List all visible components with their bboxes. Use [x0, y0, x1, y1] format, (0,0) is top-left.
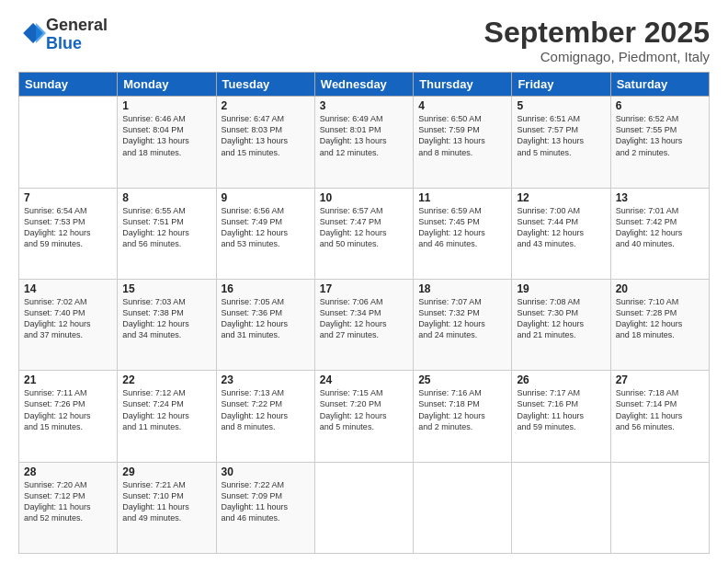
day-info: Sunrise: 6:54 AM Sunset: 7:53 PM Dayligh… [24, 205, 112, 250]
day-info: Sunrise: 7:11 AM Sunset: 7:26 PM Dayligh… [24, 387, 112, 432]
day-number: 22 [122, 373, 210, 386]
day-info: Sunrise: 6:47 AM Sunset: 8:03 PM Dayligh… [222, 113, 310, 158]
day-number: 26 [517, 373, 605, 386]
calendar-cell [610, 462, 709, 553]
calendar-cell [414, 462, 512, 553]
calendar-cell: 26Sunrise: 7:17 AM Sunset: 7:16 PM Dayli… [512, 371, 610, 462]
day-info: Sunrise: 7:08 AM Sunset: 7:30 PM Dayligh… [517, 296, 605, 341]
calendar-cell: 25Sunrise: 7:16 AM Sunset: 7:18 PM Dayli… [414, 371, 512, 462]
calendar-cell: 1Sunrise: 6:46 AM Sunset: 8:04 PM Daylig… [118, 97, 216, 188]
day-number: 16 [222, 282, 310, 295]
day-info: Sunrise: 7:22 AM Sunset: 7:09 PM Dayligh… [222, 479, 310, 524]
calendar-cell: 14Sunrise: 7:02 AM Sunset: 7:40 PM Dayli… [19, 279, 118, 370]
calendar-cell: 27Sunrise: 7:18 AM Sunset: 7:14 PM Dayli… [610, 371, 709, 462]
day-info: Sunrise: 6:52 AM Sunset: 7:55 PM Dayligh… [616, 113, 704, 158]
day-info: Sunrise: 7:02 AM Sunset: 7:40 PM Dayligh… [24, 296, 112, 341]
day-number: 13 [616, 191, 704, 204]
calendar-cell: 16Sunrise: 7:05 AM Sunset: 7:36 PM Dayli… [216, 279, 314, 370]
calendar-cell: 7Sunrise: 6:54 AM Sunset: 7:53 PM Daylig… [19, 188, 118, 279]
calendar-table: SundayMondayTuesdayWednesdayThursdayFrid… [18, 72, 710, 554]
calendar-cell: 4Sunrise: 6:50 AM Sunset: 7:59 PM Daylig… [414, 97, 512, 188]
calendar-cell: 22Sunrise: 7:12 AM Sunset: 7:24 PM Dayli… [118, 371, 216, 462]
week-row-4: 28Sunrise: 7:20 AM Sunset: 7:12 PM Dayli… [19, 462, 710, 553]
day-number: 30 [222, 465, 310, 478]
day-number: 2 [222, 99, 310, 112]
day-number: 28 [24, 465, 112, 478]
calendar-cell: 20Sunrise: 7:10 AM Sunset: 7:28 PM Dayli… [610, 279, 709, 370]
day-number: 10 [320, 191, 408, 204]
week-row-1: 7Sunrise: 6:54 AM Sunset: 7:53 PM Daylig… [19, 188, 710, 279]
calendar-cell: 5Sunrise: 6:51 AM Sunset: 7:57 PM Daylig… [512, 97, 610, 188]
calendar-header-row: SundayMondayTuesdayWednesdayThursdayFrid… [19, 73, 710, 97]
calendar-cell: 6Sunrise: 6:52 AM Sunset: 7:55 PM Daylig… [610, 97, 709, 188]
day-header-sunday: Sunday [19, 73, 118, 97]
day-info: Sunrise: 6:59 AM Sunset: 7:45 PM Dayligh… [418, 205, 506, 250]
day-info: Sunrise: 6:55 AM Sunset: 7:51 PM Dayligh… [122, 205, 210, 250]
day-info: Sunrise: 7:16 AM Sunset: 7:18 PM Dayligh… [418, 387, 506, 432]
svg-marker-1 [36, 23, 46, 43]
day-info: Sunrise: 6:56 AM Sunset: 7:49 PM Dayligh… [222, 205, 310, 250]
day-number: 20 [616, 282, 704, 295]
day-header-tuesday: Tuesday [216, 73, 314, 97]
logo-icon [20, 20, 46, 46]
day-info: Sunrise: 7:05 AM Sunset: 7:36 PM Dayligh… [222, 296, 310, 341]
week-row-0: 1Sunrise: 6:46 AM Sunset: 8:04 PM Daylig… [19, 97, 710, 188]
day-info: Sunrise: 7:15 AM Sunset: 7:20 PM Dayligh… [320, 387, 408, 432]
calendar-cell: 12Sunrise: 7:00 AM Sunset: 7:44 PM Dayli… [512, 188, 610, 279]
calendar-cell: 3Sunrise: 6:49 AM Sunset: 8:01 PM Daylig… [314, 97, 413, 188]
day-info: Sunrise: 7:03 AM Sunset: 7:38 PM Dayligh… [122, 296, 210, 341]
day-info: Sunrise: 6:46 AM Sunset: 8:04 PM Dayligh… [122, 113, 210, 158]
day-number: 7 [24, 191, 112, 204]
month-title: September 2025 [484, 17, 710, 49]
day-info: Sunrise: 7:00 AM Sunset: 7:44 PM Dayligh… [517, 205, 605, 250]
day-number: 19 [517, 282, 605, 295]
calendar-cell: 19Sunrise: 7:08 AM Sunset: 7:30 PM Dayli… [512, 279, 610, 370]
day-info: Sunrise: 6:49 AM Sunset: 8:01 PM Dayligh… [320, 113, 408, 158]
day-info: Sunrise: 7:01 AM Sunset: 7:42 PM Dayligh… [616, 205, 704, 250]
calendar-cell [512, 462, 610, 553]
day-number: 25 [418, 373, 506, 386]
day-info: Sunrise: 6:51 AM Sunset: 7:57 PM Dayligh… [517, 113, 605, 158]
day-info: Sunrise: 7:12 AM Sunset: 7:24 PM Dayligh… [122, 387, 210, 432]
day-number: 3 [320, 99, 408, 112]
day-number: 12 [517, 191, 605, 204]
day-number: 15 [122, 282, 210, 295]
day-header-thursday: Thursday [414, 73, 512, 97]
day-info: Sunrise: 7:21 AM Sunset: 7:10 PM Dayligh… [122, 479, 210, 524]
day-info: Sunrise: 7:07 AM Sunset: 7:32 PM Dayligh… [418, 296, 506, 341]
day-number: 17 [320, 282, 408, 295]
day-number: 9 [222, 191, 310, 204]
calendar-cell: 17Sunrise: 7:06 AM Sunset: 7:34 PM Dayli… [314, 279, 413, 370]
day-info: Sunrise: 6:57 AM Sunset: 7:47 PM Dayligh… [320, 205, 408, 250]
day-number: 5 [517, 99, 605, 112]
calendar-cell: 30Sunrise: 7:22 AM Sunset: 7:09 PM Dayli… [216, 462, 314, 553]
day-header-saturday: Saturday [610, 73, 709, 97]
logo-blue-text: Blue [46, 34, 82, 52]
day-number: 21 [24, 373, 112, 386]
day-number: 23 [222, 373, 310, 386]
day-info: Sunrise: 7:13 AM Sunset: 7:22 PM Dayligh… [222, 387, 310, 432]
calendar-cell: 21Sunrise: 7:11 AM Sunset: 7:26 PM Dayli… [19, 371, 118, 462]
day-number: 24 [320, 373, 408, 386]
calendar-cell: 10Sunrise: 6:57 AM Sunset: 7:47 PM Dayli… [314, 188, 413, 279]
day-number: 27 [616, 373, 704, 386]
day-info: Sunrise: 7:06 AM Sunset: 7:34 PM Dayligh… [320, 296, 408, 341]
calendar-cell: 9Sunrise: 6:56 AM Sunset: 7:49 PM Daylig… [216, 188, 314, 279]
day-info: Sunrise: 7:20 AM Sunset: 7:12 PM Dayligh… [24, 479, 112, 524]
day-number: 18 [418, 282, 506, 295]
calendar-cell [314, 462, 413, 553]
calendar-cell: 29Sunrise: 7:21 AM Sunset: 7:10 PM Dayli… [118, 462, 216, 553]
day-number: 8 [122, 191, 210, 204]
title-block: September 2025 Comignago, Piedmont, Ital… [484, 17, 710, 64]
day-number: 6 [616, 99, 704, 112]
calendar-cell: 11Sunrise: 6:59 AM Sunset: 7:45 PM Dayli… [414, 188, 512, 279]
calendar-cell: 28Sunrise: 7:20 AM Sunset: 7:12 PM Dayli… [19, 462, 118, 553]
day-info: Sunrise: 7:18 AM Sunset: 7:14 PM Dayligh… [616, 387, 704, 432]
week-row-3: 21Sunrise: 7:11 AM Sunset: 7:26 PM Dayli… [19, 371, 710, 462]
day-number: 1 [122, 99, 210, 112]
calendar-cell: 23Sunrise: 7:13 AM Sunset: 7:22 PM Dayli… [216, 371, 314, 462]
calendar-cell: 24Sunrise: 7:15 AM Sunset: 7:20 PM Dayli… [314, 371, 413, 462]
logo-general-text: General [46, 16, 108, 34]
calendar-cell: 13Sunrise: 7:01 AM Sunset: 7:42 PM Dayli… [610, 188, 709, 279]
page: General Blue September 2025 Comignago, P… [0, 0, 728, 563]
